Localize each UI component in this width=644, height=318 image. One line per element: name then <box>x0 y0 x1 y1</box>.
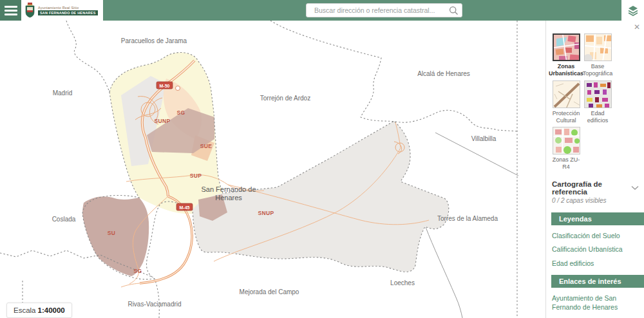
svg-text:M-45: M-45 <box>180 205 190 210</box>
close-icon[interactable]: ✕ <box>634 23 640 31</box>
road-badge-m45: M-45 <box>176 203 193 210</box>
layers-icon <box>627 5 639 16</box>
scale-label: Escala <box>14 306 36 314</box>
section-enlaces: Enlaces de interés <box>551 275 644 288</box>
link-calificacion-urbanistica[interactable]: Calificación Urbanística <box>552 243 638 257</box>
layer-preview-base-topografica <box>585 34 612 61</box>
svg-text:Henares: Henares <box>215 194 242 201</box>
layer-base-topografica[interactable]: Base Topográfica <box>582 33 613 78</box>
search-input[interactable] <box>307 6 445 14</box>
section-leyendas: Leyendas <box>551 212 644 225</box>
zone-su-mauve <box>82 196 149 276</box>
app-logo[interactable]: Ayuntamiento Real Sitio SAN FERNANDO DE … <box>21 0 103 21</box>
layer-thumbnails: Zonas Urbanísticas Base Topográfic <box>546 21 644 174</box>
reference-title: Cartografía de referencia <box>552 180 631 196</box>
svg-text:SUE: SUE <box>200 143 212 149</box>
layer-preview-zonas-urbanisticas <box>554 35 580 61</box>
link-clasificacion-suelo[interactable]: Clasificación del Suelo <box>552 229 638 243</box>
layer-proteccion-cultural[interactable]: Protección Cultural <box>551 80 582 125</box>
layers-sidebar: ✕ Zonas Urbanísticas <box>545 21 644 318</box>
svg-text:Coslada: Coslada <box>52 216 76 223</box>
svg-text:Alcalá de Henares: Alcalá de Henares <box>417 70 470 77</box>
svg-text:Rivas-Vaciamadrid: Rivas-Vaciamadrid <box>128 301 181 308</box>
svg-text:SUP: SUP <box>190 173 202 179</box>
municipal-boundaries <box>0 21 518 318</box>
layer-preview-proteccion-cultural <box>553 81 580 108</box>
map-canvas[interactable]: M-50 M-45 SG SUNP SUE SUP SNUP SU SG Par… <box>0 21 545 318</box>
layers-panel-toggle[interactable] <box>621 0 644 21</box>
svg-text:M-50: M-50 <box>160 84 170 88</box>
svg-text:SG: SG <box>134 268 142 274</box>
logo-title: SAN FERNANDO DE HENARES <box>38 10 98 15</box>
layer-preview-zonas-zu-r4 <box>553 127 580 154</box>
svg-text:Mejorada del Campo: Mejorada del Campo <box>240 288 299 295</box>
svg-text:Loeches: Loeches <box>390 279 415 286</box>
search-icon[interactable] <box>445 6 462 15</box>
link-edad-edificios[interactable]: Edad edificios <box>552 257 638 271</box>
svg-text:Paracuellos de Jarama: Paracuellos de Jarama <box>121 37 187 44</box>
svg-text:SUNP: SUNP <box>155 118 171 124</box>
svg-text:Madrid: Madrid <box>53 89 73 97</box>
layer-edad-edificios[interactable]: Edad edificios <box>582 80 613 125</box>
svg-text:Torres de la Alameda: Torres de la Alameda <box>437 215 498 222</box>
municipality-label: San Fernando de <box>201 185 256 193</box>
link-manual-geoportal[interactable]: Manual de uso del Geoportal <box>552 315 638 318</box>
geoportal-app: Ayuntamiento Real Sitio SAN FERNANDO DE … <box>0 0 644 318</box>
search-bar <box>306 3 462 17</box>
road-badge-m50: M-50 <box>156 82 173 89</box>
layer-preview-edad-edificios <box>585 81 612 108</box>
scale-indicator: Escala1:40000 <box>6 303 72 318</box>
svg-text:SG: SG <box>177 109 185 116</box>
scale-value: 1:40000 <box>38 306 65 314</box>
svg-text:Torrejón de Ardoz: Torrejón de Ardoz <box>260 95 310 102</box>
reference-visible-count: 0 / 2 capas visibles <box>552 197 631 204</box>
reference-cartography: Cartografía de referencia 0 / 2 capas vi… <box>546 174 644 208</box>
layer-zonas-urbanisticas[interactable]: Zonas Urbanísticas <box>551 33 582 78</box>
link-ayuntamiento[interactable]: Ayuntamiento de San Fernando de Henares <box>552 292 638 314</box>
layer-zonas-zu-r4[interactable]: Zonas ZU-R4 <box>551 127 582 171</box>
hamburger-menu-button[interactable] <box>0 0 21 21</box>
logo-subtitle: Ayuntamiento Real Sitio <box>38 6 98 10</box>
coat-of-arms-icon <box>24 3 35 18</box>
hamburger-icon <box>5 6 17 8</box>
svg-text:Villalbilla: Villalbilla <box>471 135 497 142</box>
svg-text:SU: SU <box>108 230 115 236</box>
svg-text:SNUP: SNUP <box>258 210 274 216</box>
chevron-down-icon[interactable] <box>631 182 639 193</box>
